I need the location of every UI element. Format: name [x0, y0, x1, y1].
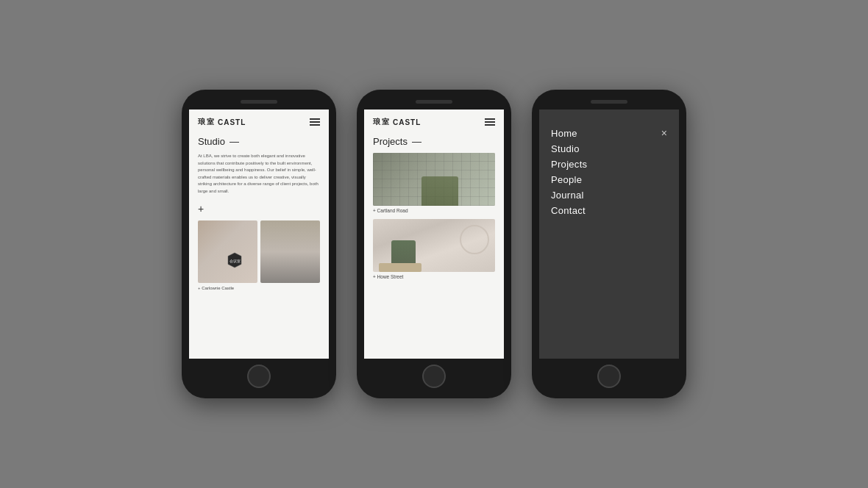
studio-body-text: At LBA, we strive to create both elegant… [198, 153, 320, 195]
menu-item-projects[interactable]: Projects [551, 157, 667, 172]
studio-page-title: Studio — [198, 136, 320, 147]
hamburger-line [485, 118, 495, 120]
phone-speaker-1 [241, 100, 277, 104]
phone-home-btn-2[interactable] [422, 365, 446, 388]
logo-latin-2: CASTL [393, 118, 421, 126]
table-surface [379, 263, 421, 272]
phone-home-btn-3[interactable] [597, 365, 621, 388]
phone-3: × Home Studio Projects People Journal Co… [532, 90, 686, 398]
logo-chinese-2: 琅室 [373, 117, 391, 127]
studio-screen: 琅室 CASTL Studio — At LBA, we strive to c… [189, 110, 329, 359]
studio-title-text: Studio [198, 136, 225, 147]
menu-item-journal[interactable]: Journal [551, 187, 667, 203]
project-caption-2: + Howe Street [373, 274, 495, 279]
plus-icon-1[interactable]: + [198, 203, 320, 215]
plant-silhouette-1 [421, 176, 458, 206]
phone2-header: 琅室 CASTL [373, 117, 495, 127]
hamburger-line [310, 124, 320, 126]
phone-speaker-3 [591, 100, 627, 104]
project-image-1 [373, 153, 495, 206]
menu-items-list: Home Studio Projects People Journal Cont… [551, 126, 667, 218]
hamburger-line [310, 118, 320, 120]
projects-title-text: Projects [373, 136, 408, 147]
projects-screen: 琅室 CASTL Projects — [364, 110, 504, 359]
studio-image-2 [260, 220, 320, 283]
logo-1: 琅室 CASTL [198, 117, 246, 127]
hamburger-line [485, 121, 495, 123]
logo-2: 琅室 CASTL [373, 117, 421, 127]
project-image-2 [373, 219, 495, 272]
studio-image-row: 会议室 [198, 220, 320, 283]
phone-screen-1: 琅室 CASTL Studio — At LBA, we strive to c… [189, 110, 329, 359]
hamburger-line [310, 121, 320, 123]
project-image-2-circle [460, 225, 489, 254]
phone-speaker-2 [416, 100, 452, 104]
menu-item-people[interactable]: People [551, 172, 667, 187]
phone-2: 琅室 CASTL Projects — [357, 90, 511, 398]
phones-container: 琅室 CASTL Studio — At LBA, we strive to c… [182, 90, 686, 398]
menu-item-contact[interactable]: Contact [551, 203, 667, 218]
phone1-header: 琅室 CASTL [198, 117, 320, 127]
logo-chinese-1: 琅室 [198, 117, 216, 127]
studio-caption: + Carlowrie Castle [198, 286, 320, 290]
logo-latin-1: CASTL [218, 118, 246, 126]
menu-item-home[interactable]: Home [551, 126, 667, 141]
studio-title-dash: — [230, 136, 239, 147]
hex-badge-icon: 会议室 [227, 252, 243, 268]
svg-text:会议室: 会议室 [230, 259, 241, 263]
projects-title-dash: — [412, 136, 421, 147]
phone-screen-2: 琅室 CASTL Projects — [364, 110, 504, 359]
project-caption-1: + Cartland Road [373, 208, 495, 213]
phone-1: 琅室 CASTL Studio — At LBA, we strive to c… [182, 90, 336, 398]
menu-screen: × Home Studio Projects People Journal Co… [539, 110, 679, 359]
projects-page-title: Projects — [373, 136, 495, 147]
phone-screen-3: × Home Studio Projects People Journal Co… [539, 110, 679, 359]
hamburger-line [485, 124, 495, 126]
studio-image-1: 会议室 [198, 220, 257, 283]
hamburger-icon-2[interactable] [485, 118, 495, 126]
hamburger-icon-1[interactable] [310, 118, 320, 126]
menu-item-studio[interactable]: Studio [551, 141, 667, 157]
close-icon[interactable]: × [661, 127, 667, 139]
phone-home-btn-1[interactable] [247, 365, 271, 388]
